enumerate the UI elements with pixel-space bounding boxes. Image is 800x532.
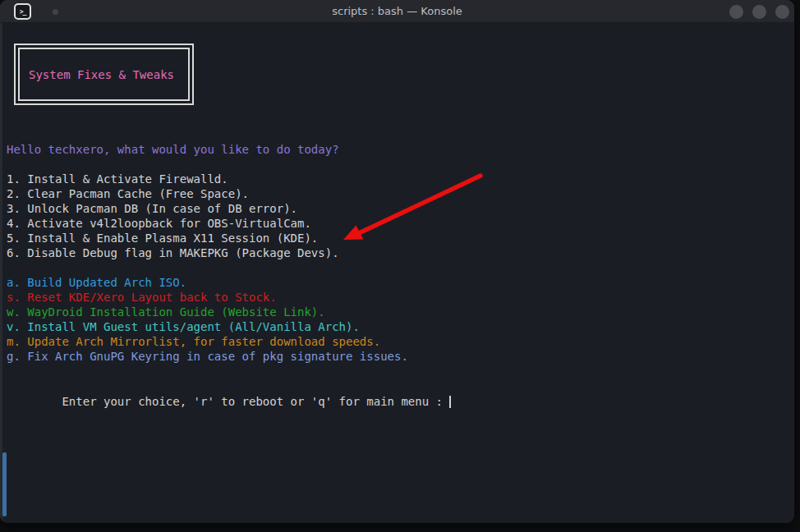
menu-item-6: 6. Disable Debug flag in MAKEPKG (Packag… <box>7 245 451 260</box>
window-titlebar[interactable]: >_ scripts : bash — Konsole <box>0 0 794 23</box>
blank-line <box>7 157 451 172</box>
banner-box: System Fixes & Tweaks <box>14 44 194 105</box>
menu-option-w: w. WayDroid Installation Guide (Website … <box>7 305 451 319</box>
scrollbar-track <box>0 23 2 523</box>
menu-option-v: v. Install VM Guest utils/agent (All/Van… <box>7 319 451 334</box>
blank-line <box>7 260 451 275</box>
menu-item-3: 3. Unlock Pacman DB (In case of DB error… <box>7 201 451 216</box>
terminal-output: Hello techxero, what would you like to d… <box>7 142 451 393</box>
blank-line <box>7 364 451 378</box>
scrollbar-handle[interactable] <box>2 452 7 516</box>
window-title: scripts : bash — Konsole <box>0 5 794 17</box>
menu-option-m: m. Update Arch Mirrorlist, for faster do… <box>7 334 451 349</box>
prompt-text: Enter your choice, 'r' to reboot or 'q' … <box>62 395 449 408</box>
konsole-icon: >_ <box>14 3 31 20</box>
minimize-button[interactable] <box>729 5 743 19</box>
banner-title: System Fixes & Tweaks <box>18 48 190 101</box>
maximize-button[interactable] <box>752 5 766 19</box>
text-cursor <box>449 396 451 408</box>
tab-indicator-dot <box>53 9 58 15</box>
menu-option-g: g. Fix Arch GnuPG Keyring in case of pkg… <box>7 349 451 364</box>
menu-item-4: 4. Activate v4l2loopback for OBS-Virtual… <box>7 216 451 231</box>
terminal-viewport[interactable]: System Fixes & Tweaks Hello techxero, wh… <box>0 23 794 523</box>
close-button[interactable] <box>775 5 789 19</box>
menu-item-1: 1. Install & Activate Firewalld. <box>7 172 451 186</box>
menu-option-a: a. Build Updated Arch ISO. <box>7 275 451 290</box>
prompt-line[interactable]: Enter your choice, 'r' to reboot or 'q' … <box>7 378 451 393</box>
menu-item-5: 5. Install & Enable Plasma X11 Session (… <box>7 231 451 245</box>
greeting-line: Hello techxero, what would you like to d… <box>7 142 451 157</box>
menu-option-s: s. Reset KDE/Xero Layout back to Stock. <box>7 290 451 305</box>
window-controls <box>729 0 789 23</box>
menu-item-2: 2. Clear Pacman Cache (Free Space). <box>7 186 451 201</box>
konsole-window: >_ scripts : bash — Konsole System Fixes… <box>0 0 794 523</box>
